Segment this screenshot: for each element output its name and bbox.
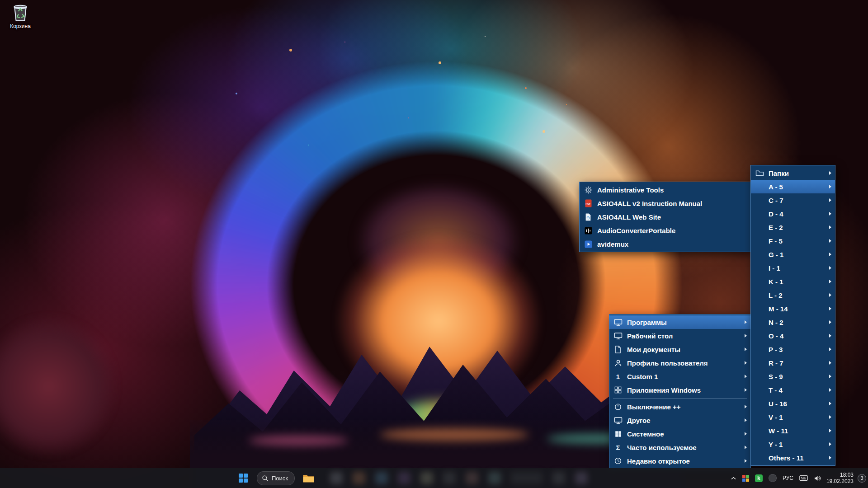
submenu-arrow-icon [829, 171, 831, 175]
folders-menu-item-l[interactable]: L - 2 [751, 288, 835, 302]
taskbar-clock[interactable]: 18:03 19.02.2023 [826, 472, 854, 484]
submenu-arrow-icon [829, 320, 831, 324]
recycle-bin[interactable]: Корзина [3, 3, 38, 29]
icon-spacer [755, 250, 764, 259]
blurred-icon [353, 472, 365, 484]
menu-item-avidemux[interactable]: avidemux [580, 237, 750, 251]
blurred-icon [552, 472, 565, 484]
icon-spacer [755, 304, 764, 313]
folders-menu-header[interactable]: Папки [751, 166, 835, 180]
submenu-arrow-icon [829, 253, 831, 256]
submenu-arrow-icon [829, 415, 831, 419]
icon-spacer [755, 291, 764, 300]
submenu-arrow-icon [829, 361, 831, 365]
color-grid-icon [742, 475, 749, 482]
system-tray: k РУС 18:03 19.02.2023 3 [730, 468, 866, 488]
folders-menu-item-v[interactable]: V - 1 [751, 410, 835, 424]
menu-item-asio4all-website[interactable]: ASIO4ALL Web Site [580, 210, 750, 224]
recycle-bin-label: Корзина [10, 23, 31, 29]
volume-button[interactable] [813, 474, 822, 483]
folders-menu-item-t[interactable]: T - 4 [751, 383, 835, 397]
folders-menu-item-k[interactable]: K - 1 [751, 275, 835, 288]
web-page-icon [583, 212, 593, 221]
start-menu-item-user-profile[interactable]: Профиль пользователя [609, 356, 750, 370]
folders-menu-item-u[interactable]: U - 16 [751, 397, 835, 410]
document-icon [613, 345, 623, 354]
folders-menu-item-w[interactable]: W - 11 [751, 424, 835, 437]
notification-count-badge[interactable]: 3 [858, 474, 866, 483]
folders-menu-item-e[interactable]: E - 2 [751, 221, 835, 234]
monitor-icon [613, 416, 623, 425]
blurred-icon [466, 472, 478, 484]
folders-menu-item-f[interactable]: F - 5 [751, 234, 835, 248]
folders-menu-item-o[interactable]: O - 4 [751, 329, 835, 343]
language-indicator[interactable]: РУС [782, 475, 794, 481]
icon-spacer [755, 209, 764, 218]
start-menu-item-programs[interactable]: Программы [609, 315, 750, 329]
start-menu-item-custom1[interactable]: 1 Custom 1 [609, 370, 750, 383]
start-menu-item-other[interactable]: Другое [609, 413, 750, 427]
icon-spacer [755, 223, 764, 232]
sigma-icon: Σ [613, 443, 623, 452]
start-menu-item-recent[interactable]: Недавно открытое [609, 454, 750, 468]
submenu-arrow-icon [829, 198, 831, 202]
menu-item-audioconverterportable[interactable]: AudioConverterPortable [580, 224, 750, 237]
submenu-arrow-icon [829, 307, 831, 310]
icon-spacer [755, 236, 764, 245]
recycle-bin-icon [12, 3, 29, 22]
taskbar: Поиск k РУС [0, 468, 868, 488]
submenu-arrow-icon [745, 361, 747, 365]
water-reflection-pink [249, 436, 348, 446]
number-1-icon: 1 [613, 372, 623, 381]
video-app-icon [583, 239, 593, 249]
tray-app-dark[interactable] [768, 473, 778, 483]
menu-item-asio4all-manual[interactable]: PDF ASIO4ALL v2 Instruction Manual [580, 197, 750, 210]
water-reflection-orange [380, 428, 529, 441]
menu-item-administrative-tools[interactable]: Administrative Tools [580, 183, 750, 197]
k-app-icon: k [755, 474, 763, 482]
folders-menu-item-n[interactable]: N - 2 [751, 315, 835, 329]
clock-date: 19.02.2023 [826, 478, 854, 484]
folders-menu-item-y[interactable]: Y - 1 [751, 437, 835, 451]
folders-menu-item-i[interactable]: I - 1 [751, 261, 835, 275]
file-explorer-button[interactable] [299, 469, 317, 487]
icon-spacer [755, 263, 764, 272]
start-menu-item-documents[interactable]: Мои документы [609, 343, 750, 356]
submenu-arrow-icon [745, 459, 747, 463]
icon-spacer [755, 426, 764, 435]
start-button[interactable] [234, 469, 252, 487]
search-label: Поиск [272, 475, 288, 482]
touch-keyboard-button[interactable] [798, 474, 809, 482]
folders-menu-item-r[interactable]: R - 7 [751, 356, 835, 370]
blurred-icon [375, 472, 388, 484]
start-menu-item-windows-apps[interactable]: Приложения Windows [609, 383, 750, 397]
folders-menu-item-others[interactable]: Others - 11 [751, 451, 835, 465]
folders-menu-item-a[interactable]: A - 5 [751, 180, 835, 193]
apps-grid-icon [613, 385, 623, 394]
submenu-arrow-icon [745, 446, 747, 449]
start-menu-item-shutdown[interactable]: Выключение ++ [609, 400, 750, 413]
folders-menu-item-s[interactable]: S - 9 [751, 370, 835, 383]
start-menu-item-system[interactable]: Системное [609, 427, 750, 441]
icon-spacer [755, 399, 764, 408]
folders-menu-item-c[interactable]: C - 7 [751, 193, 835, 207]
icon-spacer [755, 277, 764, 286]
monitor-icon [613, 331, 623, 340]
folders-menu-item-d[interactable]: D - 4 [751, 207, 835, 221]
submenu-arrow-icon [829, 402, 831, 405]
folders-menu-item-p[interactable]: P - 3 [751, 343, 835, 356]
taskbar-search[interactable]: Поиск [257, 471, 295, 485]
submenu-arrow-icon [829, 456, 831, 460]
start-menu-item-desktop[interactable]: Рабочий стол [609, 329, 750, 343]
windows-flag-icon [613, 429, 623, 438]
folders-menu-item-m[interactable]: M - 14 [751, 302, 835, 315]
blurred-icon [330, 472, 343, 484]
folders-menu-item-g[interactable]: G - 1 [751, 248, 835, 261]
user-icon [613, 358, 623, 367]
submenu-arrow-icon [745, 405, 747, 408]
tray-app-colorgrid[interactable] [741, 474, 750, 483]
start-menu-item-frequent[interactable]: Σ Часто используемое [609, 441, 750, 454]
tray-app-k[interactable]: k [754, 474, 764, 483]
tray-overflow-button[interactable] [730, 475, 737, 481]
wallpaper-foreground-waves [0, 190, 258, 479]
